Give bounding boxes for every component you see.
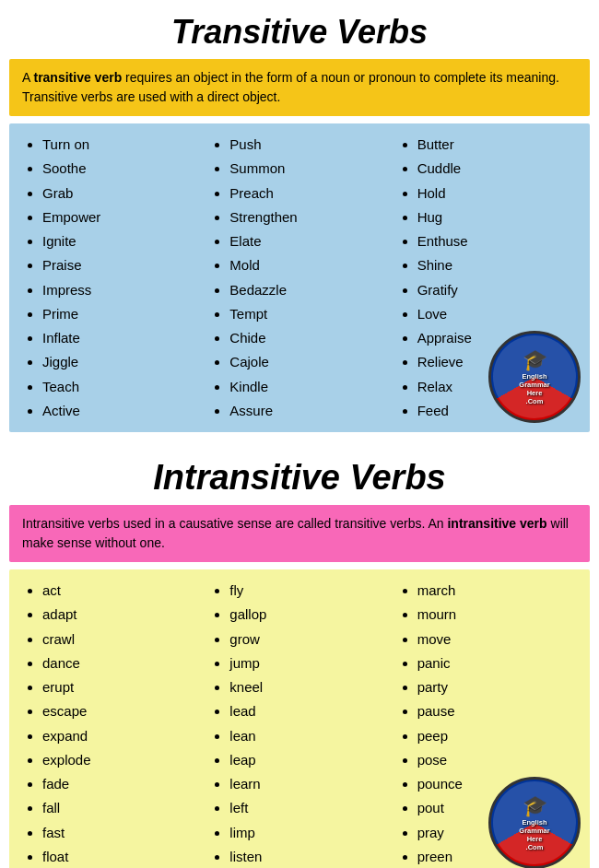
transitive-col2: PushSummonPreachStrengthenElateMoldBedaz… — [206, 133, 393, 423]
list-item: Love — [417, 302, 581, 326]
list-item: Push — [229, 133, 393, 157]
list-item: mourn — [417, 603, 581, 627]
list-item: Hold — [417, 182, 581, 205]
list-item: Kindle — [229, 375, 393, 399]
list-item: crawl — [42, 628, 206, 651]
transitive-logo: 🎓 EnglishGrammarHere.Com — [488, 331, 581, 423]
list-item: learn — [229, 772, 393, 796]
list-item: Soothe — [42, 157, 206, 181]
list-item: Shine — [417, 253, 581, 277]
list-item: float — [42, 845, 206, 868]
list-item: party — [417, 675, 581, 699]
logo-circle-transitive: 🎓 EnglishGrammarHere.Com — [488, 331, 581, 423]
list-item: lead — [229, 699, 393, 723]
list-item: Elate — [229, 229, 393, 253]
list-item: Impress — [42, 278, 206, 302]
list-item: adapt — [42, 603, 206, 627]
list-item: explode — [42, 748, 206, 772]
intransitive-col2: flygallopgrowjumpkneelleadleanleaplearnl… — [206, 579, 393, 868]
list-item: listen — [229, 845, 393, 868]
list-item: Praise — [42, 253, 206, 277]
list-item: Prime — [42, 302, 206, 326]
list-item: Tempt — [229, 302, 393, 326]
list-item: left — [229, 796, 393, 820]
list-item: Gratify — [417, 278, 581, 302]
transitive-title: Transitive Verbs — [0, 0, 599, 59]
list-item: move — [417, 628, 581, 651]
list-item: expand — [42, 724, 206, 748]
logo-circle-intransitive: 🎓 EnglishGrammarHere.Com — [488, 777, 581, 868]
list-item: panic — [417, 651, 581, 675]
list-item: Strengthen — [229, 205, 393, 229]
list-item: act — [42, 579, 206, 603]
list-item: fly — [229, 579, 393, 603]
list-item: leap — [229, 748, 393, 772]
intransitive-content-box: actadaptcrawldanceeruptescapeexpandexplo… — [9, 569, 590, 868]
transitive-content-box: Turn onSootheGrabEmpowerIgnitePraiseImpr… — [9, 123, 590, 432]
list-item: Teach — [42, 375, 206, 399]
list-item: kneel — [229, 675, 393, 699]
list-item: Cajole — [229, 350, 393, 374]
list-item: grow — [229, 628, 393, 651]
list-item: fade — [42, 772, 206, 796]
list-item: Empower — [42, 205, 206, 229]
list-item: Grab — [42, 182, 206, 205]
list-item: Butter — [417, 133, 581, 157]
list-item: escape — [42, 699, 206, 723]
list-item: Jiggle — [42, 350, 206, 374]
list-item: lean — [229, 724, 393, 748]
list-item: fall — [42, 796, 206, 820]
intransitive-title: Intransitive Verbs — [0, 441, 599, 505]
list-item: jump — [229, 651, 393, 675]
list-item: Enthuse — [417, 229, 581, 253]
intransitive-col1: actadaptcrawldanceeruptescapeexpandexplo… — [18, 579, 206, 868]
list-item: Ignite — [42, 229, 206, 253]
list-item: pause — [417, 699, 581, 723]
transitive-definition: A transitive verb requires an object in … — [9, 59, 590, 116]
intransitive-logo: 🎓 EnglishGrammarHere.Com — [488, 777, 581, 868]
list-item: Hug — [417, 205, 581, 229]
list-item: dance — [42, 651, 206, 675]
list-item: Active — [42, 399, 206, 423]
list-item: Turn on — [42, 133, 206, 157]
list-item: Bedazzle — [229, 278, 393, 302]
list-item: gallop — [229, 603, 393, 627]
list-item: Mold — [229, 253, 393, 277]
list-item: Assure — [229, 399, 393, 423]
list-item: march — [417, 579, 581, 603]
list-item: Inflate — [42, 326, 206, 350]
page-wrapper: Transitive Verbs A transitive verb requi… — [0, 0, 599, 868]
list-item: erupt — [42, 675, 206, 699]
list-item: limp — [229, 821, 393, 845]
list-item: Cuddle — [417, 157, 581, 181]
list-item: Summon — [229, 157, 393, 181]
list-item: pose — [417, 748, 581, 772]
list-item: fast — [42, 821, 206, 845]
intransitive-definition: Intransitive verbs used in a causative s… — [9, 505, 590, 562]
list-item: Preach — [229, 182, 393, 205]
transitive-col1: Turn onSootheGrabEmpowerIgnitePraiseImpr… — [18, 133, 206, 423]
list-item: Chide — [229, 326, 393, 350]
list-item: peep — [417, 724, 581, 748]
